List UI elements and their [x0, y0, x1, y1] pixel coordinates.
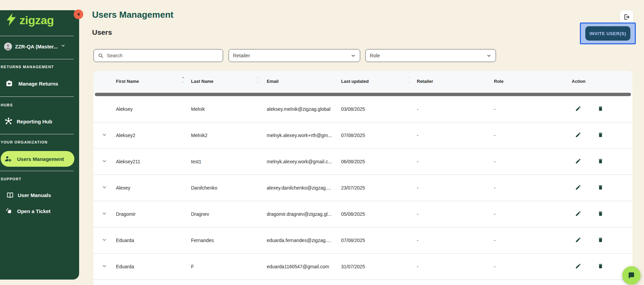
divider	[0, 96, 74, 97]
cell-email: melnyk.alexey.work@gmail.c...	[267, 159, 339, 164]
pencil-icon	[575, 263, 581, 269]
cell-email: melnyk.alexey.work+rth@gm...	[267, 133, 339, 138]
edit-user-button[interactable]	[575, 132, 581, 139]
sidebar-item-open-a-ticket[interactable]: Open a Ticket	[5, 207, 50, 215]
trash-icon	[598, 237, 603, 243]
cell-first-name: Eduarda	[116, 238, 179, 243]
delete-user-button[interactable]	[598, 132, 603, 139]
cell-email: eduarda.fernandes@zigzag....	[267, 238, 339, 243]
delete-user-button[interactable]	[598, 263, 603, 270]
chat-bubble-icon	[627, 271, 635, 280]
cell-first-name: Aleksey211	[116, 159, 179, 164]
account-selector[interactable]: ZZR-QA (Master...	[4, 42, 65, 51]
cell-email: aleksey.melnik@zigzag.global	[267, 106, 339, 112]
sidebar-item-label: Reporting Hub	[17, 119, 52, 124]
cell-retailer: -	[417, 159, 468, 164]
row-expand-icon[interactable]	[102, 185, 108, 191]
role-select-label: Role	[370, 53, 380, 58]
delete-user-button[interactable]	[598, 158, 603, 165]
row-expand-icon[interactable]	[102, 159, 108, 165]
cell-role: -	[494, 133, 545, 138]
row-expand-icon[interactable]	[102, 264, 108, 270]
trash-icon	[598, 184, 603, 190]
delete-user-button[interactable]	[598, 184, 603, 191]
sort-control-first-name[interactable]: ⌃⌄	[181, 77, 185, 84]
table-row: Eduarda Fernandes eduarda.fernandes@zigz…	[93, 227, 632, 254]
edit-user-button[interactable]	[575, 184, 581, 192]
sidebar-item-user-manuals[interactable]: User Manuals	[6, 191, 51, 199]
reporting-hub-icon	[4, 117, 13, 125]
divider	[0, 36, 74, 36]
sidebar-item-manage-returns[interactable]: Manage Returns	[5, 80, 58, 87]
sort-control-last-updated[interactable]: ⌃⌄	[407, 77, 410, 84]
sidebar-item-users-management[interactable]: Users Management	[1, 151, 74, 167]
chat-launcher-button[interactable]	[622, 266, 641, 285]
page-subtitle: Users	[92, 28, 112, 36]
cell-first-name: Alexey	[116, 185, 179, 191]
delete-user-button[interactable]	[598, 237, 603, 244]
pencil-icon	[575, 106, 581, 112]
cell-retailer: -	[417, 238, 468, 243]
cell-role: -	[494, 185, 545, 191]
pencil-icon	[575, 211, 581, 217]
column-header-last-name[interactable]: Last Name	[191, 71, 214, 92]
sort-control-last-name[interactable]: ⌃⌄	[256, 77, 259, 84]
column-header-role: Role	[494, 71, 503, 92]
page-title: Users Management	[92, 10, 173, 20]
cell-last-updated: 31/07/2025	[341, 264, 385, 269]
zigzag-logo: zigzag	[5, 13, 54, 27]
retailer-select[interactable]: Retailer	[229, 49, 360, 62]
cell-last-name: test1	[191, 159, 254, 164]
cell-role: -	[494, 238, 545, 243]
trash-icon	[598, 158, 603, 164]
edit-user-button[interactable]	[575, 237, 581, 244]
sidebar-item-reporting-hub[interactable]: Reporting Hub	[4, 117, 52, 125]
cell-role: -	[494, 106, 545, 112]
cell-last-updated: 07/08/2025	[341, 133, 385, 138]
cell-last-name: F	[191, 264, 254, 269]
table-row: Eduarda F eduarda1160547@gmail.com 31/07…	[93, 254, 632, 280]
cell-role: -	[494, 159, 545, 164]
cell-email: eduarda1160547@gmail.com	[267, 264, 339, 269]
logout-button[interactable]	[620, 10, 633, 24]
sidebar-collapse-button[interactable]	[74, 10, 83, 19]
row-expand-icon[interactable]	[102, 211, 108, 217]
search-input[interactable]	[107, 53, 219, 58]
retailer-select-label: Retailer	[233, 53, 250, 58]
edit-user-button[interactable]	[575, 263, 581, 270]
search-field[interactable]	[93, 49, 223, 62]
cell-role: -	[494, 264, 545, 269]
edit-user-button[interactable]	[575, 211, 581, 218]
delete-user-button[interactable]	[598, 211, 603, 217]
chevron-down-icon	[486, 53, 492, 58]
invite-users-button[interactable]: INVITE USER(S)	[585, 26, 630, 41]
cell-first-name: Eduarda	[116, 264, 179, 269]
cell-last-name: Melnik2	[191, 133, 254, 138]
table-row: Dragomir Dragnev dragomir.dragnev@zigzag…	[93, 201, 632, 227]
horizontal-scrollbar[interactable]	[95, 93, 631, 96]
cell-last-updated: 06/08/2025	[341, 159, 385, 164]
trash-icon	[598, 132, 603, 138]
column-header-first-name[interactable]: First Name	[116, 71, 139, 92]
cell-retailer: -	[417, 106, 468, 112]
cell-last-updated: 05/08/2025	[341, 211, 385, 217]
row-expand-icon[interactable]	[102, 237, 108, 244]
zigzag-bolt-icon	[5, 13, 17, 27]
edit-user-button[interactable]	[575, 158, 581, 165]
cell-last-updated: 23/07/2025	[341, 185, 385, 191]
invite-button-focus-ring: INVITE USER(S)	[580, 22, 636, 44]
row-expand-icon[interactable]	[102, 132, 108, 139]
cell-last-name: Dragnev	[191, 211, 254, 217]
column-header-retailer: Retailer	[417, 71, 433, 92]
cell-retailer: -	[417, 211, 468, 217]
sidebar-item-label: Users Management	[17, 156, 64, 162]
role-select[interactable]: Role	[365, 49, 496, 62]
delete-user-button[interactable]	[598, 106, 603, 112]
column-header-last-updated[interactable]: Last updated	[341, 71, 369, 92]
sidebar-item-label: Manage Returns	[18, 81, 58, 87]
column-header-email: Email	[267, 71, 279, 92]
cell-first-name: Dragomir	[116, 211, 179, 217]
divider	[0, 59, 74, 59]
table-row: Aleksey211 test1 melnyk.alexey.work@gmai…	[93, 149, 632, 175]
edit-user-button[interactable]	[575, 106, 581, 113]
